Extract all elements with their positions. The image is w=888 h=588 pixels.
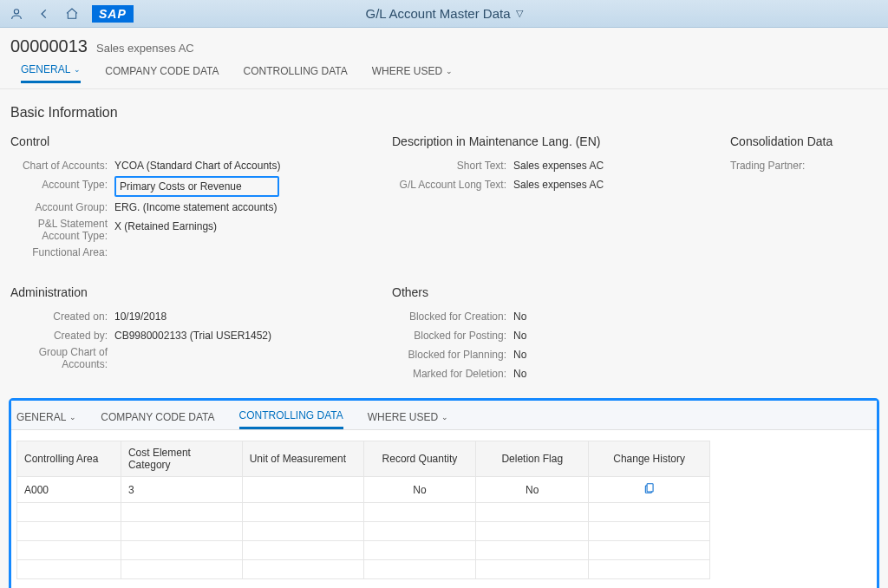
value-long-text: Sales expenses AC	[513, 176, 604, 193]
lower-tab-controlling-data[interactable]: CONTROLLING DATA	[239, 409, 343, 429]
value-created-by: CB9980002133 (Trial USER1452)	[114, 327, 271, 344]
value-pl-statement-account-type: X (Retained Earnings)	[114, 218, 217, 242]
cell-change-history[interactable]	[589, 477, 710, 503]
page-title[interactable]: G/L Account Master Data ▽	[365, 6, 522, 21]
object-id: 00000013	[10, 36, 88, 56]
table-row[interactable]: A000 3 No No	[17, 477, 710, 503]
tab-where-used[interactable]: WHERE USED ⌄	[372, 63, 453, 83]
value-blocked-planning: No	[513, 346, 526, 363]
table-row-empty	[17, 522, 710, 541]
label-pl-b: Account Type:	[42, 230, 108, 242]
section-basic-information: Basic Information	[0, 89, 888, 127]
tab-controlling-label: CONTROLLING DATA	[244, 65, 348, 77]
table-row-empty	[17, 560, 710, 579]
tab-general-label: GENERAL	[21, 63, 70, 75]
lower-highlight-box: GENERAL ⌄ COMPANY CODE DATA CONTROLLING …	[9, 398, 879, 588]
table-row-empty	[17, 541, 710, 560]
back-icon[interactable]	[36, 6, 52, 22]
label-blocked-posting: Blocked for Posting:	[392, 327, 513, 344]
label-created-on: Created on:	[10, 308, 114, 325]
lower-tab-company-label: COMPANY CODE DATA	[101, 411, 214, 423]
tab-general[interactable]: GENERAL ⌄	[21, 63, 81, 83]
lower-tab-general-label: GENERAL	[16, 411, 66, 423]
tab-whereused-label: WHERE USED	[372, 65, 442, 77]
label-marked-deletion: Marked for Deletion:	[392, 365, 513, 382]
lower-tab-whereused-label: WHERE USED	[368, 411, 438, 423]
label-trading-partner: Trading Partner:	[730, 157, 812, 174]
main-tabs: GENERAL ⌄ COMPANY CODE DATA CONTROLLING …	[10, 56, 878, 83]
label-pl-statement-account-type: P&L Statement Account Type:	[10, 218, 114, 242]
label-created-by: Created by:	[10, 327, 114, 344]
label-functional-area: Functional Area:	[10, 244, 114, 261]
label-long-text: G/L Account Long Text:	[392, 176, 513, 193]
table-header-row: Controlling Area Cost Element Category U…	[17, 441, 710, 477]
label-blocked-creation: Blocked for Creation:	[392, 308, 513, 325]
panel-administration: Administration Created on: 10/19/2018 Cr…	[10, 285, 375, 384]
tab-company-code-data[interactable]: COMPANY CODE DATA	[105, 63, 219, 83]
panel-consolidation: Consolidation Data Trading Partner:	[730, 134, 878, 263]
user-icon[interactable]	[9, 6, 24, 22]
topbar-left-icons: SAP	[0, 5, 134, 23]
app-topbar: SAP G/L Account Master Data ▽	[0, 0, 888, 28]
label-group-chart-a: Group Chart of	[39, 346, 108, 358]
value-blocked-posting: No	[513, 327, 526, 344]
chevron-down-icon: ⌄	[74, 65, 81, 74]
label-blocked-planning: Blocked for Planning:	[392, 346, 513, 363]
chevron-down-icon: ⌄	[441, 413, 448, 421]
lower-tab-where-used[interactable]: WHERE USED ⌄	[368, 409, 448, 429]
label-chart-of-accounts: Chart of Accounts:	[10, 157, 114, 174]
panel-others: Others Blocked for Creation: No Blocked …	[392, 285, 713, 384]
lower-tab-company-code-data[interactable]: COMPANY CODE DATA	[101, 409, 214, 429]
panel-others-title: Others	[392, 285, 713, 299]
col-cost-element-category[interactable]: Cost Element Category	[121, 441, 242, 477]
cell-cost-element-category: 3	[121, 477, 242, 503]
page-title-text: G/L Account Master Data	[365, 6, 510, 21]
col-change-history[interactable]: Change History	[589, 441, 710, 477]
lower-tab-general[interactable]: GENERAL ⌄	[16, 409, 76, 429]
col-record-quantity[interactable]: Record Quantity	[363, 441, 476, 477]
lower-tab-controlling-label: CONTROLLING DATA	[239, 409, 343, 421]
value-account-type: Primary Costs or Revenue	[114, 176, 279, 197]
info-grid-top: Control Chart of Accounts: YCOA (Standar…	[0, 127, 888, 270]
cell-unit-of-measurement	[242, 477, 363, 503]
chevron-down-icon: ⌄	[446, 67, 453, 75]
panel-admin-title: Administration	[10, 285, 375, 299]
value-created-on: 10/19/2018	[114, 308, 166, 325]
svg-point-0	[14, 9, 18, 13]
controlling-data-table-wrap: Controlling Area Cost Element Category U…	[11, 430, 877, 588]
sap-logo: SAP	[92, 5, 134, 23]
cell-deletion-flag: No	[476, 477, 589, 503]
col-controlling-area[interactable]: Controlling Area	[17, 441, 121, 477]
label-short-text: Short Text:	[392, 157, 513, 174]
controlling-data-table: Controlling Area Cost Element Category U…	[16, 441, 710, 579]
table-row-empty	[17, 503, 710, 522]
value-account-group: ERG. (Income statement accounts)	[114, 199, 277, 216]
label-group-chart: Group Chart of Accounts:	[10, 346, 114, 370]
value-blocked-creation: No	[513, 308, 526, 325]
panel-control-title: Control	[10, 134, 375, 148]
value-marked-deletion: No	[513, 365, 526, 382]
cell-controlling-area: A000	[17, 477, 121, 503]
tab-controlling-data[interactable]: CONTROLLING DATA	[244, 63, 348, 83]
object-header: 00000013 Sales expenses AC GENERAL ⌄ COM…	[0, 28, 888, 89]
panel-consolidation-title: Consolidation Data	[730, 134, 878, 148]
label-group-chart-b: Accounts:	[62, 358, 108, 370]
document-icon[interactable]	[643, 483, 656, 497]
label-account-group: Account Group:	[10, 199, 114, 216]
chevron-down-icon: ⌄	[69, 413, 76, 421]
panel-control: Control Chart of Accounts: YCOA (Standar…	[10, 134, 375, 263]
chevron-down-icon: ▽	[516, 8, 523, 19]
col-unit-of-measurement[interactable]: Unit of Measurement	[242, 441, 363, 477]
panel-description-title: Description in Maintenance Lang. (EN)	[392, 134, 713, 148]
cell-record-quantity: No	[363, 477, 476, 503]
col-deletion-flag[interactable]: Deletion Flag	[476, 441, 589, 477]
svg-rect-1	[647, 484, 653, 492]
lower-tabs: GENERAL ⌄ COMPANY CODE DATA CONTROLLING …	[11, 401, 877, 430]
value-chart-of-accounts: YCOA (Standard Chart of Accounts)	[114, 157, 280, 174]
label-account-type: Account Type:	[10, 176, 114, 197]
panel-description-lang: Description in Maintenance Lang. (EN) Sh…	[392, 134, 713, 263]
tab-company-label: COMPANY CODE DATA	[105, 65, 219, 77]
home-icon[interactable]	[64, 6, 80, 22]
info-grid-bottom: Administration Created on: 10/19/2018 Cr…	[0, 270, 888, 391]
object-desc: Sales expenses AC	[96, 42, 194, 55]
